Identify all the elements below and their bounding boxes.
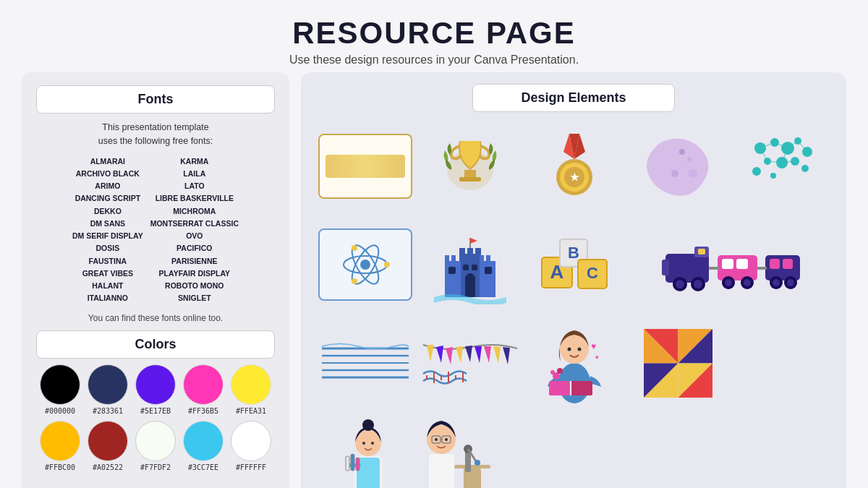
svg-point-35 — [352, 278, 357, 284]
train-icon — [658, 232, 803, 297]
color-circle-yellow — [231, 364, 271, 405]
svg-point-115 — [557, 368, 563, 374]
font-name: ITALIANNO — [88, 292, 128, 304]
color-hex-white: #FFFFFF — [236, 463, 266, 471]
font-name: DOSIS — [95, 242, 119, 254]
color-circle-pink — [183, 364, 224, 405]
girl-reading-icon: ♥ ♥ — [542, 322, 607, 405]
font-name: SNIGLET — [178, 292, 211, 304]
svg-point-143 — [445, 438, 448, 441]
svg-point-131 — [371, 442, 374, 445]
color-hex-purple: #5E17EB — [140, 407, 171, 415]
svg-point-129 — [362, 419, 374, 431]
svg-rect-111 — [571, 381, 592, 395]
color-circle-navy — [88, 364, 128, 405]
svg-point-114 — [550, 370, 555, 374]
svg-rect-39 — [467, 248, 473, 257]
abc-blocks-icon: A B C — [538, 232, 610, 297]
element-color-grid — [629, 316, 728, 410]
trophy-icon — [441, 130, 499, 202]
font-name: HALANT — [92, 280, 123, 291]
svg-rect-135 — [356, 458, 359, 471]
design-elements-grid: ★ — [315, 119, 832, 488]
color-grid-icon — [644, 329, 712, 398]
font-name: DM SANS — [90, 218, 125, 229]
svg-point-84 — [787, 279, 794, 286]
color-swatches-row-2: #FFBC00 #A02522 #F7FDF2 #3CC7EE #FFFFFF — [36, 421, 275, 471]
svg-point-82 — [773, 279, 780, 286]
font-name: DEKKO — [94, 205, 122, 217]
color-circle-darkred — [88, 421, 128, 461]
svg-point-36 — [352, 245, 357, 251]
element-banner-lines — [315, 316, 415, 410]
color-swatch-cyan: #3CC7EE — [183, 421, 224, 471]
svg-rect-85 — [757, 267, 767, 270]
color-circle-cyan — [183, 421, 224, 461]
page-header: RESOURCE PAGE Use these design resources… — [289, 0, 579, 72]
font-name: ROBOTO MONO — [165, 280, 224, 291]
fonts-col-2: KARMA LAILA LATO LIBRE BASKERVILLE MICHR… — [150, 155, 239, 304]
font-name: FAUSTINA — [89, 255, 127, 267]
svg-point-69 — [694, 280, 702, 288]
design-elements-title: Design Elements — [521, 90, 626, 105]
svg-point-74 — [725, 279, 732, 286]
medal-icon: ★ — [549, 130, 600, 202]
banner-lines-icon — [318, 338, 412, 388]
color-swatch-darkred: #A02522 — [88, 421, 128, 471]
svg-rect-46 — [486, 255, 490, 262]
svg-text:♥: ♥ — [595, 354, 599, 361]
design-elements-title-box: Design Elements — [472, 84, 675, 112]
element-scientist-pair — [315, 414, 521, 488]
svg-point-8 — [687, 157, 692, 161]
svg-text:C: C — [587, 264, 598, 282]
certificate-banner — [326, 155, 405, 178]
left-panel: Fonts This presentation template uses th… — [22, 72, 289, 488]
color-circle-black — [40, 364, 80, 405]
color-swatch-pink: #FF36B5 — [183, 364, 224, 415]
color-hex-offwhite: #F7FDF2 — [140, 463, 171, 471]
color-hex-navy: #283361 — [93, 407, 123, 415]
svg-text:★: ★ — [570, 171, 579, 183]
certificate-frame — [318, 134, 412, 199]
svg-rect-65 — [662, 260, 669, 275]
svg-rect-140 — [429, 454, 454, 488]
font-name: LIBRE BASKERVILLE — [156, 192, 234, 204]
design-elements-header: Design Elements — [315, 84, 832, 112]
svg-marker-48 — [470, 238, 477, 244]
color-circle-purple — [135, 364, 176, 405]
svg-marker-92 — [436, 346, 443, 363]
svg-marker-99 — [503, 347, 510, 364]
element-certificate — [315, 119, 415, 213]
svg-marker-93 — [446, 347, 453, 364]
color-swatch-purple: #5E17EB — [135, 364, 176, 415]
svg-marker-94 — [456, 346, 463, 363]
colors-title: Colors — [135, 337, 176, 351]
font-name: ARCHIVO BLACK — [76, 168, 140, 179]
color-hex-darkred: #A02522 — [93, 463, 123, 471]
svg-rect-2 — [459, 177, 481, 181]
svg-point-76 — [744, 279, 751, 286]
font-name: PACIFICO — [176, 242, 212, 254]
svg-rect-79 — [770, 259, 780, 269]
element-medal: ★ — [525, 119, 625, 213]
color-hex-black: #000000 — [45, 407, 75, 415]
svg-rect-38 — [459, 248, 465, 257]
element-train — [629, 218, 832, 312]
font-name: OVO — [186, 230, 203, 241]
svg-rect-110 — [549, 381, 571, 395]
svg-point-34 — [384, 262, 390, 267]
color-hex-cyan: #3CC7EE — [188, 463, 218, 471]
svg-rect-43 — [445, 255, 449, 262]
font-name: KARMA — [180, 155, 208, 167]
svg-marker-91 — [427, 345, 434, 361]
font-name: DANCING SCRIPT — [75, 192, 140, 204]
color-circle-white — [231, 421, 271, 461]
color-swatches-row-1: #000000 #283361 #5E17EB #FF36B5 #FFEA31 — [36, 364, 275, 415]
svg-marker-97 — [484, 346, 491, 363]
element-girl-reading: ♥ ♥ — [525, 316, 625, 410]
svg-rect-133 — [346, 456, 349, 471]
color-circle-amber — [40, 421, 80, 461]
color-hex-yellow: #FFEA31 — [236, 407, 266, 415]
color-hex-pink: #FF36B5 — [188, 407, 218, 415]
svg-rect-45 — [480, 255, 484, 262]
